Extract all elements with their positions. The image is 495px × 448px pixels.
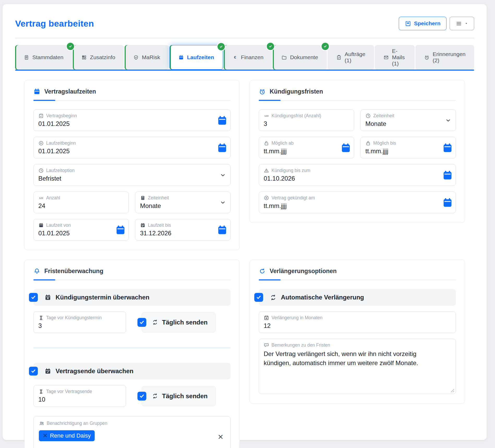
refresh-icon (152, 393, 158, 399)
tage-vor-kuendigungstermin-field[interactable]: Tage vor Kündigungstermin 3 (33, 311, 126, 333)
zeiteinheit-select[interactable]: Zeiteinheit Monate (135, 192, 231, 213)
datepicker-icon[interactable] (218, 225, 226, 234)
tab-complete-badge (66, 42, 75, 51)
calendar-range-icon (140, 223, 146, 228)
benachrichtigung-gruppen-field[interactable]: Benachrichtigung an Gruppen ✕ Rene und D… (33, 416, 231, 448)
header-actions: Speichern (399, 17, 474, 30)
card-title-rule (33, 280, 231, 280)
calendar-check-icon (38, 113, 44, 119)
tab-marisk[interactable]: MaRisk (125, 45, 169, 70)
bemerkungen-textarea[interactable]: Bemerkungen zu den Fristen Der Vertrag v… (259, 339, 456, 394)
tab-finanzen[interactable]: € Finanzen (224, 45, 272, 70)
toggle-label: Kündigungstermin überwachen (56, 294, 149, 301)
users-icon (39, 421, 44, 426)
laufzeitoption-select[interactable]: Laufzeitoption Befristet (33, 164, 231, 186)
tab-content: Vertragslaufzeiten Vertragsbeginn 01.01.… (15, 80, 474, 448)
svg-text:123: 123 (39, 197, 43, 199)
card-title-rule (259, 100, 456, 101)
card-verlaengerungsoptionen: Verlängerungsoptionen Automatische Verlä… (250, 260, 465, 404)
moeglich-ab-field[interactable]: Möglich ab tt.mm.jjjj (259, 137, 354, 158)
tab-label: Laufzeiten (187, 54, 214, 60)
anzahl-field[interactable]: 123Anzahl 24 (33, 192, 129, 213)
auto-verlaengerung-checkbox[interactable] (254, 293, 263, 302)
tab-stammdaten[interactable]: Stammdaten (15, 45, 72, 70)
tab-label: Dokumente (290, 54, 318, 60)
datepicker-icon[interactable] (218, 116, 226, 125)
laufzeit-bis-field[interactable]: Laufzeit bis 31.12.2026 (135, 219, 231, 241)
field-value: 10 (38, 396, 110, 403)
datepicker-icon[interactable] (342, 143, 350, 152)
document-icon (24, 55, 29, 60)
check-icon (219, 45, 223, 48)
tab-emails[interactable]: E-Mails (1) (375, 45, 415, 70)
tab-complete-badge (217, 42, 226, 51)
x-circle-icon (264, 195, 269, 201)
more-actions-button[interactable] (450, 17, 474, 30)
active-tab-underline (15, 70, 474, 71)
laufzeitbeginn-field[interactable]: Laufzeitbeginn 01.01.2025 (33, 137, 231, 158)
folder-icon (281, 55, 287, 60)
taeglich-senden-checkbox[interactable] (137, 318, 146, 327)
euro-icon: € (232, 55, 238, 60)
field-value: 24 (38, 202, 113, 210)
svg-text:123: 123 (264, 115, 268, 117)
tab-zusatzinfo[interactable]: Zusatzinfo (73, 45, 124, 70)
datepicker-icon[interactable] (117, 225, 124, 234)
header-divider (15, 38, 474, 38)
chevron-down-icon (220, 199, 226, 205)
clear-groups-icon[interactable]: ✕ (218, 434, 224, 441)
laufzeit-von-field[interactable]: Laufzeit von 01.01.2025 (33, 219, 129, 241)
calendar-icon (178, 55, 184, 60)
datepicker-icon[interactable] (444, 143, 451, 152)
grid-icon (81, 55, 87, 60)
field-value: Der Vertrag verlängert sich, wenn wir ih… (264, 349, 434, 368)
calendar-fill-icon (38, 223, 44, 228)
vertragsende-ueberwachen-row: Vertragsende überwachen (33, 363, 231, 379)
card-vertragslaufzeiten: Vertragslaufzeiten Vertragsbeginn 01.01.… (24, 80, 240, 250)
kuendigungstermin-ueberwachen-row: Kündigungstermin überwachen (33, 289, 231, 306)
tab-complete-badge (266, 42, 275, 51)
card-title: Kündigungsfristen (270, 88, 323, 95)
play-circle-icon (38, 140, 44, 146)
chat-icon (264, 342, 269, 348)
vertragsbeginn-field[interactable]: Vertragsbeginn 01.01.2025 (33, 109, 231, 131)
field-label: Benachrichtigung an Gruppen (47, 421, 107, 426)
zeiteinheit-select[interactable]: Zeiteinheit Monate (360, 109, 456, 131)
alarm-icon (259, 88, 266, 95)
datepicker-icon[interactable] (218, 143, 226, 152)
tab-dokumente[interactable]: Dokumente (273, 45, 327, 70)
tab-auftraege[interactable]: Aufträge (1) (328, 45, 374, 70)
field-value: Monate (140, 202, 215, 210)
card-title-rule (259, 280, 456, 280)
kuendigungstermin-checkbox[interactable] (29, 293, 38, 302)
taeglich-senden-box: Täglich senden (142, 312, 216, 333)
remove-tag-icon[interactable]: ✕ (43, 433, 47, 439)
calendar-plus-icon (264, 315, 269, 321)
unlock-icon (264, 140, 269, 146)
resize-handle-icon[interactable] (451, 389, 454, 392)
kuendigung-bis-zum-field[interactable]: Kündigung bis zum 01.10.2026 (259, 164, 456, 186)
taeglich-senden-checkbox-2[interactable] (137, 392, 146, 401)
tab-erinnerungen[interactable]: Erinnerungen (2) (415, 45, 474, 70)
tab-laufzeiten[interactable]: Laufzeiten (170, 45, 223, 70)
datepicker-icon[interactable] (444, 171, 451, 179)
card-title: Verlängerungsoptionen (270, 268, 337, 275)
clock-icon (38, 168, 44, 173)
field-label: Möglich bis (373, 140, 396, 146)
check-icon (31, 294, 36, 300)
vertragsende-checkbox[interactable] (29, 367, 38, 376)
moeglich-bis-field[interactable]: Möglich bis tt.mm.jjjj (360, 137, 456, 158)
datepicker-icon[interactable] (444, 198, 451, 207)
kuendigungsfrist-anzahl-field[interactable]: 123Kündigungsfrist (Anzahl) 3 (259, 109, 354, 131)
field-label: Möglich ab (271, 140, 294, 146)
group-tag[interactable]: ✕ Rene und Daisy (39, 430, 95, 441)
field-value: 01.01.2025 (38, 148, 215, 155)
toggle-label: Automatische Verlängerung (281, 294, 364, 301)
vertrag-gekuendigt-am-field[interactable]: Vertrag gekündigt am tt.mm.jjjj (259, 192, 456, 213)
check-icon (139, 393, 145, 399)
field-label: Anzahl (46, 195, 60, 201)
verlaengerung-monate-field[interactable]: Verlängerung in Monaten 12 (259, 311, 456, 333)
tage-vor-vertragsende-field[interactable]: Tage vor Vertragsende 10 (33, 385, 126, 407)
tab-bar: Stammdaten Zusatzinfo MaRisk Laufzeiten … (15, 45, 474, 70)
save-button[interactable]: Speichern (399, 17, 446, 30)
